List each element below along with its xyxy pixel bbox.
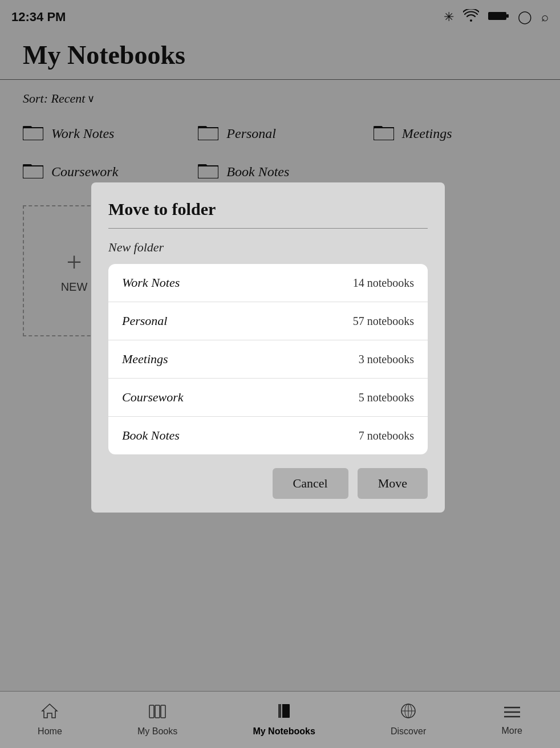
folder-list-name: Personal	[122, 314, 167, 328]
folder-list-item-book-notes[interactable]: Book Notes 7 notebooks	[108, 417, 428, 454]
folder-list-item-work-notes[interactable]: Work Notes 14 notebooks	[108, 264, 428, 302]
dialog-divider	[108, 228, 428, 229]
folder-list-name: Book Notes	[122, 428, 180, 443]
folder-list-name: Work Notes	[122, 275, 180, 290]
dialog-title: Move to folder	[108, 200, 428, 219]
move-to-folder-dialog: Move to folder New folder Work Notes 14 …	[91, 182, 445, 513]
dialog-buttons: Cancel Move	[108, 468, 428, 499]
folder-list-name: Coursework	[122, 390, 184, 405]
folder-list-count: 14 notebooks	[353, 277, 414, 290]
folder-list-name: Meetings	[122, 352, 168, 367]
folder-list-count: 57 notebooks	[353, 315, 414, 328]
folder-list-item-meetings[interactable]: Meetings 3 notebooks	[108, 340, 428, 379]
folder-list-count: 3 notebooks	[359, 353, 414, 366]
folder-list-panel: Work Notes 14 notebooks Personal 57 note…	[108, 264, 428, 454]
folder-list-count: 5 notebooks	[359, 391, 414, 404]
folder-list-item-personal[interactable]: Personal 57 notebooks	[108, 302, 428, 340]
new-folder-option[interactable]: New folder	[108, 240, 428, 255]
folder-list-count: 7 notebooks	[359, 429, 414, 442]
move-button[interactable]: Move	[358, 468, 428, 499]
cancel-button[interactable]: Cancel	[273, 468, 348, 499]
folder-list-item-coursework[interactable]: Coursework 5 notebooks	[108, 379, 428, 417]
